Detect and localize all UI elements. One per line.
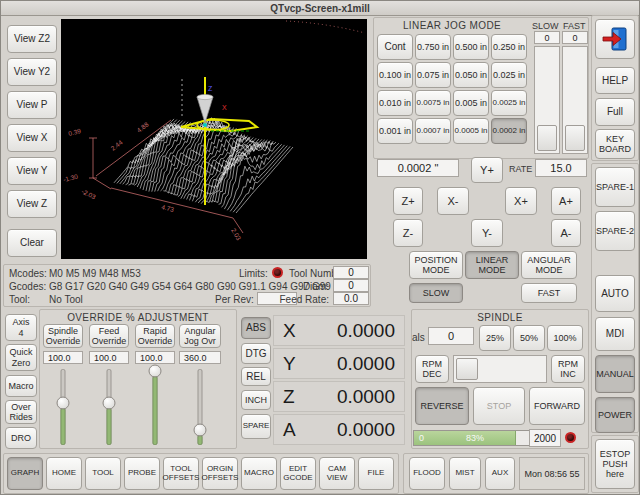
jog-z-plus-button[interactable]: Z+: [393, 187, 423, 215]
mdi-button[interactable]: MDI: [595, 317, 635, 351]
dro-side-button[interactable]: DRO: [5, 427, 37, 449]
spindle-reverse-button[interactable]: REVERSE: [415, 387, 469, 425]
gcode-3d-preview[interactable]: 0.39 -1.30 2.44 4.88 4.73 2.03 -2.03 Z X: [61, 19, 367, 259]
power-button[interactable]: POWER: [595, 397, 635, 433]
jog-x-minus-button[interactable]: X-: [437, 187, 469, 215]
tab-graph[interactable]: GRAPH: [7, 457, 43, 490]
jog-increment-0010[interactable]: 0.010 in: [377, 90, 413, 116]
spindle-25pct-button[interactable]: 25%: [479, 325, 511, 351]
slow-jog-slider[interactable]: [534, 46, 560, 154]
fast-jog-slider[interactable]: [562, 46, 588, 154]
linear-mode-button[interactable]: LINEAR MODE: [465, 251, 519, 279]
jog-a-plus-button[interactable]: A+: [551, 187, 581, 215]
tab-edit-gcode[interactable]: EDIT GCODE: [280, 457, 316, 490]
fast-slider-handle[interactable]: [565, 125, 585, 151]
angular-jog-override-handle[interactable]: [194, 423, 207, 436]
jog-increment-0750[interactable]: 0.750 in: [415, 34, 451, 60]
spare-2-button[interactable]: SPARE-2: [595, 211, 635, 251]
clear-button[interactable]: Clear: [7, 229, 57, 257]
feed-rate-field: 0.0: [333, 292, 369, 305]
axis-4-button[interactable]: Axis 4: [5, 314, 37, 341]
dtg-button[interactable]: DTG: [241, 343, 271, 364]
fast-speed-button[interactable]: FAST: [521, 283, 577, 303]
tab-tool-offsets[interactable]: TOOL OFFSETS: [163, 457, 199, 490]
jog-increment-0100[interactable]: 0.100 in: [377, 62, 413, 88]
jog-increment-0500[interactable]: 0.500 in: [453, 34, 489, 60]
quick-zero-button[interactable]: Quick Zero: [5, 344, 37, 371]
spindle-override-button[interactable]: Spindle Override: [43, 324, 83, 348]
jog-a-minus-button[interactable]: A-: [551, 219, 581, 247]
feed-override-button[interactable]: Feed Override: [89, 324, 129, 348]
rapid-override-slider[interactable]: [145, 369, 165, 445]
spindle-rpm-setting[interactable]: 2000: [529, 429, 561, 447]
spindle-100pct-button[interactable]: 100%: [547, 325, 583, 351]
tab-orgin-offsets[interactable]: ORGIN OFFSETS: [202, 457, 238, 490]
jog-increment-00002[interactable]: 0.0002 in: [491, 118, 527, 144]
jog-y-plus-button[interactable]: Y+: [471, 157, 503, 183]
tab-home[interactable]: HOME: [46, 457, 82, 490]
tab-file[interactable]: FILE: [358, 457, 394, 490]
position-mode-button[interactable]: POSITION MODE: [409, 251, 463, 279]
spindle-forward-button[interactable]: FORWARD: [529, 387, 585, 425]
view-p-button[interactable]: View P: [7, 91, 57, 119]
spindle-override-handle[interactable]: [57, 397, 70, 410]
jog-increment-0250[interactable]: 0.250 in: [491, 34, 527, 60]
feed-override-slider[interactable]: [99, 369, 119, 445]
jog-x-plus-button[interactable]: X+: [505, 187, 537, 215]
help-button[interactable]: HELP: [595, 67, 635, 94]
view-y2-button[interactable]: View Y2: [7, 58, 57, 86]
spare-1-button[interactable]: SPARE-1: [595, 167, 635, 207]
slow-speed-button[interactable]: SLOW: [409, 283, 463, 303]
jog-increment-00005[interactable]: 0.0005 in: [453, 118, 489, 144]
angular-jog-override-button[interactable]: Angular Jog Ovr: [179, 324, 221, 348]
overrides-button[interactable]: Over Rides: [5, 400, 37, 424]
title-bar[interactable]: QTvcp-Screen-x1mill: [1, 1, 639, 16]
manual-button[interactable]: MANUAL: [595, 355, 635, 393]
jog-z-minus-button[interactable]: Z-: [393, 219, 423, 247]
spare-dro-button[interactable]: SPARE: [241, 414, 271, 439]
view-z2-button[interactable]: View Z2: [7, 25, 57, 53]
view-z-button[interactable]: View Z: [7, 190, 57, 218]
mist-button[interactable]: MIST: [449, 457, 481, 490]
angular-mode-button[interactable]: ANGULAR MODE: [521, 251, 577, 279]
spindle-speed-slider[interactable]: [453, 355, 547, 383]
angular-jog-override-slider[interactable]: [190, 369, 210, 445]
spindle-50pct-button[interactable]: 50%: [513, 325, 545, 351]
auto-button[interactable]: AUTO: [595, 275, 635, 312]
spindle-stop-button[interactable]: STOP: [473, 387, 525, 425]
spindle-override-slider[interactable]: [53, 369, 73, 445]
slow-slider-handle[interactable]: [537, 125, 557, 151]
exit-button[interactable]: [595, 19, 635, 59]
rapid-override-handle[interactable]: [149, 365, 162, 378]
spindle-slider-handle[interactable]: [456, 358, 478, 380]
jog-increment-0025[interactable]: 0.025 in: [491, 62, 527, 88]
abs-button[interactable]: ABS: [241, 317, 271, 339]
estop-button[interactable]: ESTOP PUSH here: [595, 439, 635, 489]
view-x-button[interactable]: View X: [7, 124, 57, 152]
inch-button[interactable]: INCH: [241, 390, 271, 410]
rpm-inc-button[interactable]: RPM INC: [551, 355, 585, 383]
jog-y-minus-button[interactable]: Y-: [471, 219, 503, 247]
rpm-dec-button[interactable]: RPM DEC: [415, 355, 449, 383]
tab-cam-view[interactable]: CAM VIEW: [319, 457, 355, 490]
full-button[interactable]: Full: [595, 98, 635, 126]
view-y-button[interactable]: View Y: [7, 157, 57, 185]
feed-override-handle[interactable]: [103, 397, 116, 410]
jog-increment-00007[interactable]: 0.0007 in: [415, 118, 451, 144]
jog-increment-0075[interactable]: 0.075 in: [415, 62, 451, 88]
flood-button[interactable]: FLOOD: [409, 457, 445, 490]
jog-increment-00075[interactable]: 0.0075 in: [415, 90, 451, 116]
tab-tool[interactable]: TOOL: [85, 457, 121, 490]
jog-increment-cont[interactable]: Cont: [377, 34, 413, 60]
jog-increment-0005[interactable]: 0.005 in: [453, 90, 489, 116]
jog-increment-0001[interactable]: 0.001 in: [377, 118, 413, 144]
rel-button[interactable]: REL: [241, 367, 271, 386]
aux-button[interactable]: AUX: [485, 457, 515, 490]
tab-probe[interactable]: PROBE: [124, 457, 160, 490]
jog-increment-00025[interactable]: 0.0025 in: [491, 90, 527, 116]
tab-macro[interactable]: MACRO: [241, 457, 277, 490]
rapid-override-button[interactable]: Rapid Override: [135, 324, 175, 348]
keyboard-button[interactable]: KEY BOARD: [595, 129, 635, 159]
jog-increment-0050[interactable]: 0.050 in: [453, 62, 489, 88]
macro-side-button[interactable]: Macro: [5, 375, 37, 397]
